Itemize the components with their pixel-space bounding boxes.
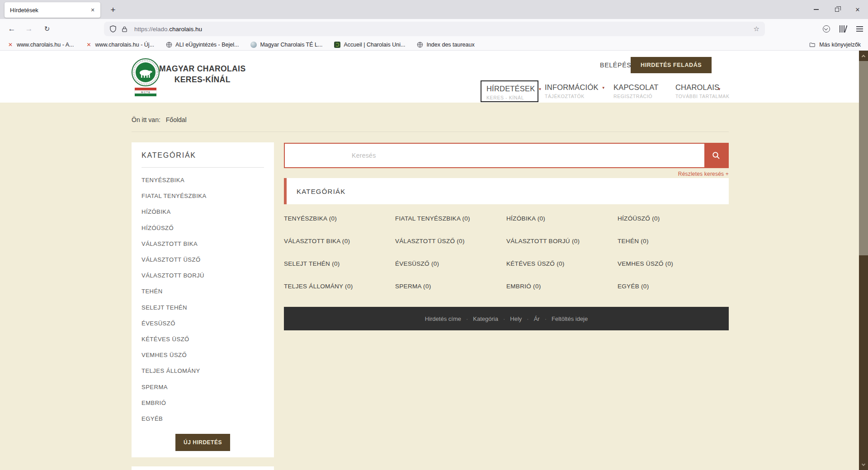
sidebar-category-link[interactable]: SPERMA xyxy=(142,379,264,395)
globe-icon xyxy=(417,42,423,48)
search-button[interactable] xyxy=(704,144,728,167)
forward-button[interactable] xyxy=(23,23,35,35)
post-ad-button[interactable]: HIRDETÉS FELADÁS xyxy=(631,57,712,73)
category-link[interactable]: TENYÉSZBIKA (0) xyxy=(284,215,395,222)
sidebar-category-link[interactable]: KÉTÉVES ÜSZŐ xyxy=(142,331,264,347)
site-logo[interactable]: M C T E xyxy=(131,58,160,98)
next-panel-edge xyxy=(132,466,274,470)
browser-window: Hírdetések https://elado.charolais.hu xyxy=(0,0,868,470)
sortbar-item[interactable]: Kategória xyxy=(473,315,498,322)
category-link[interactable]: EGYÉB (0) xyxy=(618,283,729,290)
scroll-up-arrow[interactable] xyxy=(859,51,868,61)
minimize-button[interactable] xyxy=(806,0,826,19)
category-link[interactable]: ÉVESÜSZŐ (0) xyxy=(395,260,506,267)
bookmark-item[interactable]: Index des taureaux xyxy=(417,42,474,48)
nav-charolais[interactable]: CHAROLAIS TOVÁBBI TARTALMAK xyxy=(675,83,735,99)
tab-close-icon[interactable] xyxy=(89,6,97,14)
sidebar-category-link[interactable]: FIATAL TENYÉSZBIKA xyxy=(142,188,264,204)
toolbar-right-icons xyxy=(823,22,863,36)
bookmark-item[interactable]: Accueil | Charolais Uni... xyxy=(334,42,405,48)
navigation-toolbar: https://elado.charolais.hu xyxy=(0,19,868,39)
bookmark-item[interactable]: www.charolais.hu - A... xyxy=(7,42,74,48)
category-link[interactable]: VÁLASZTOTT BORJÚ (0) xyxy=(506,238,618,244)
bookmark-item[interactable]: Magyar Charolais TÉ L... xyxy=(250,42,322,48)
sortbar-item[interactable]: Feltöltés ideje xyxy=(552,315,588,322)
sidebar-category-link[interactable]: EGYÉB xyxy=(142,411,264,427)
lock-icon[interactable] xyxy=(121,26,128,33)
sidebar-category-link[interactable]: TEHÉN xyxy=(142,283,264,299)
swirl-icon xyxy=(334,42,340,48)
breadcrumb-prefix: Ön itt van: xyxy=(132,116,160,123)
sidebar-category-link[interactable]: TELJES ÁLLOMÁNY xyxy=(142,363,264,379)
scroll-down-arrow[interactable] xyxy=(859,458,868,470)
sortbar-separator: · xyxy=(527,315,528,322)
tab-bar: Hírdetések xyxy=(0,0,868,19)
chevron-down-icon xyxy=(538,85,542,93)
globe-icon xyxy=(166,42,172,48)
search-input[interactable] xyxy=(285,144,704,167)
url-bar[interactable]: https://elado.charolais.hu xyxy=(104,22,765,36)
reload-button[interactable] xyxy=(41,23,53,35)
new-ad-button[interactable]: ÚJ HIRDETÉS xyxy=(175,434,230,451)
category-link[interactable]: VÁLASZTOTT ÜSZŐ (0) xyxy=(395,238,506,244)
category-link[interactable]: FIATAL TENYÉSZBIKA (0) xyxy=(395,215,506,222)
category-link[interactable]: KÉTÉVES ÜSZŐ (0) xyxy=(506,260,618,267)
search-bar xyxy=(284,143,729,168)
sidebar-category-list: TENYÉSZBIKAFIATAL TENYÉSZBIKAHÍZÓBIKAHÍZ… xyxy=(142,172,264,427)
nav-kapcsolat[interactable]: KAPCSOLAT REGISZTRÁCIÓ xyxy=(613,83,659,99)
category-link[interactable]: TEHÉN (0) xyxy=(618,238,729,244)
sidebar-category-link[interactable]: EMBRIÓ xyxy=(142,395,264,411)
chevron-down-icon xyxy=(602,83,605,92)
sidebar-category-link[interactable]: VÁLASZTOTT BORJÚ xyxy=(142,268,264,283)
bookmark-item[interactable]: www.charolais.hu - Új... xyxy=(85,42,154,48)
sidebar-category-link[interactable]: VEMHES ÜSZŐ xyxy=(142,347,264,363)
sidebar-category-link[interactable]: TENYÉSZBIKA xyxy=(142,172,264,188)
other-bookmarks-button[interactable]: Más könyvjelzők xyxy=(809,42,861,48)
sortbar-item[interactable]: Hirdetés címe xyxy=(425,315,461,322)
pocket-icon[interactable] xyxy=(823,25,830,33)
sidebar-category-link[interactable]: SELEJT TEHÉN xyxy=(142,300,264,315)
category-link[interactable]: SELEJT TEHÉN (0) xyxy=(284,260,395,267)
nav-sublabel: KERES - KÍNÁL xyxy=(486,95,538,100)
login-link[interactable]: BELÉPÉS xyxy=(600,61,631,69)
restore-button[interactable] xyxy=(826,0,847,19)
category-link[interactable]: VÁLASZTOTT BIKA (0) xyxy=(284,238,395,244)
categories-sidebar: KATEGÓRIÁK TENYÉSZBIKAFIATAL TENYÉSZBIKA… xyxy=(132,142,274,457)
category-link[interactable]: HÍZÓÜSZŐ (0) xyxy=(618,215,729,222)
sidebar-category-link[interactable]: VÁLASZTOTT BIKA xyxy=(142,236,264,252)
url-scheme: https://elado. xyxy=(134,26,169,33)
nav-sublabel: REGISZTRÁCIÓ xyxy=(613,94,659,99)
nav-hirdetesek[interactable]: HÍRDETÉSEK KERES - KÍNÁL xyxy=(481,80,538,102)
category-link[interactable]: EMBRIÓ (0) xyxy=(506,283,618,290)
library-icon[interactable] xyxy=(839,25,847,33)
bookmark-label: www.charolais.hu - Új... xyxy=(95,42,154,48)
browser-tab[interactable]: Hírdetések xyxy=(5,2,100,18)
category-link[interactable]: SPERMA (0) xyxy=(395,283,506,290)
hamburger-menu-icon[interactable] xyxy=(856,25,863,33)
page-scrollbar[interactable] xyxy=(859,51,868,470)
bookmark-item[interactable]: ALI eÜgyintézés - Bejel... xyxy=(166,42,239,48)
bookmark-label: Index des taureaux xyxy=(426,42,474,48)
sidebar-category-link[interactable]: HÍZÓBIKA xyxy=(142,204,264,220)
sidebar-category-link[interactable]: VÁLASZTOTT ÜSZŐ xyxy=(142,252,264,268)
tab-title: Hírdetések xyxy=(10,7,89,14)
close-window-button[interactable] xyxy=(847,0,868,19)
category-link[interactable]: TELJES ÁLLOMÁNY (0) xyxy=(284,283,395,290)
sidebar-category-link[interactable]: ÉVESÜSZŐ xyxy=(142,315,264,331)
tracking-shield-icon[interactable] xyxy=(109,25,117,33)
category-link[interactable]: VEMHES ÜSZŐ (0) xyxy=(618,260,729,267)
sortbar-separator: · xyxy=(545,315,547,322)
sortbar-item[interactable]: Ár xyxy=(534,315,540,322)
back-button[interactable] xyxy=(5,23,18,35)
advanced-search-link[interactable]: Részletes keresés + xyxy=(678,171,729,177)
scrollbar-thumb[interactable] xyxy=(859,61,868,255)
sortbar-item[interactable]: Hely xyxy=(510,315,522,322)
categories-panel-title: KATEGÓRIÁK xyxy=(297,188,345,195)
bookmark-star-icon[interactable] xyxy=(754,25,760,33)
new-tab-button[interactable] xyxy=(107,4,119,16)
category-link[interactable]: HÍZÓBIKA (0) xyxy=(506,215,618,222)
sortbar-separator: · xyxy=(466,315,468,322)
nav-informaciok[interactable]: INFORMÁCIÓK TÁJÉKOZTATÓK xyxy=(545,83,605,99)
breadcrumb-current[interactable]: Főoldal xyxy=(166,116,187,123)
sidebar-category-link[interactable]: HÍZÓÜSZŐ xyxy=(142,220,264,236)
